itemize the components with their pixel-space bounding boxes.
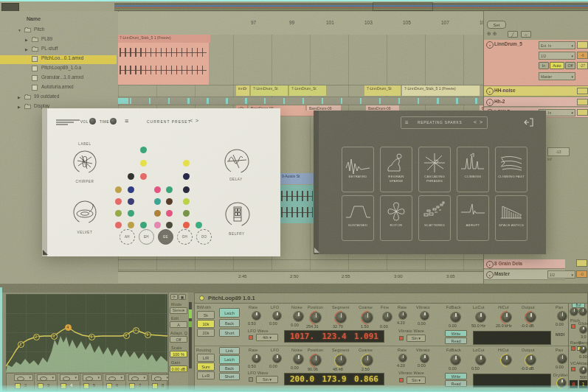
lfo-wave-led-b[interactable] [249,377,253,382]
bwidth-20k-button[interactable]: 20k [197,329,215,337]
ramp-led-red[interactable] [571,346,575,351]
preset-paint-dot[interactable] [183,160,190,167]
time-knob[interactable] [110,118,117,125]
preset-paint-dot[interactable] [183,186,190,193]
clip-linndrum[interactable]: innDr [236,85,250,96]
locut-value[interactable]: 50.0 Hz [471,323,485,328]
track-header-grain-delay[interactable]: ▸8 Grain Dela [484,259,565,269]
play-track-icon[interactable]: ▸ [486,261,494,268]
preset-prev-button[interactable]: < [474,119,477,125]
filter-type-dropdown[interactable] [106,374,125,381]
gain-value[interactable]: 0.00 dB [170,365,187,372]
marker-lane[interactable] [118,97,483,105]
preset-paint-dot[interactable] [128,222,134,228]
beat-time-ruler[interactable]: 9799101103105107109111113 [118,12,483,35]
send-value[interactable]: -13 [547,147,570,156]
preset-paint-dot[interactable] [128,173,134,180]
lfo-knob-b[interactable] [273,354,281,363]
browser-item-label[interactable]: Display [34,103,49,108]
preset-card-sustained[interactable]: SUSTAINED [342,195,374,241]
vibrato-value-b[interactable]: 0.00 [418,363,426,368]
filter-type-dropdown[interactable] [128,374,148,381]
preset-paint-dot[interactable] [140,173,147,180]
chirper-module[interactable] [72,150,97,178]
preset-paint-dot[interactable] [115,222,122,228]
browser-item-99-outdated[interactable]: ▶99 outdated [0,94,117,102]
preset-paint-dot[interactable] [128,186,134,193]
save-icon[interactable]: ▣ [179,294,186,300]
preset-prev-button[interactable]: < [190,118,193,123]
pan-value[interactable]: 0.00 [556,322,564,326]
exit-icon[interactable] [523,117,535,127]
fine-knob[interactable] [383,312,392,321]
filter-type-dropdown[interactable] [60,374,79,381]
preset-paint-dot[interactable] [154,222,161,228]
track-name[interactable]: 8 Grain Dela [494,261,522,266]
preset-card-rotor[interactable]: ROTOR [380,195,412,241]
pan-knob-b[interactable] [558,354,567,363]
browser-item-label[interactable]: Autoturia.amxd [41,84,74,89]
coarse-knob-b[interactable] [362,355,373,365]
track-name[interactable]: Hh-2 [494,99,505,104]
track-volume-value[interactable] [577,109,588,116]
browser-item-pitchloop89[interactable]: PitchLoop89_1.0.a [0,65,117,74]
resize-handle[interactable] [314,248,319,253]
rate-value[interactable]: 0.50 [248,321,256,326]
segment-knob-b[interactable] [336,355,346,365]
track-header-linndrum[interactable]: ▾ LinnDrum_5 Ext. In▾ 1/2▾ In Auto Off M… [484,40,588,86]
back-button[interactable]: Back [219,319,240,327]
browser-item-granular[interactable]: Granular...1.0.amxd [0,74,117,83]
vowel-button[interactable]: OO [196,229,212,245]
output-routing-select[interactable]: Master▾ [539,72,575,80]
lfo-knob[interactable] [273,312,281,320]
track-volume-value[interactable] [576,259,587,267]
vibrato-knob[interactable] [421,312,429,320]
preset-title[interactable]: REPEATING SPARKS [418,121,463,125]
clip-linndrum[interactable]: 7-LinnDrum_St [251,85,288,96]
segment-value[interactable]: 32.79 [333,324,343,329]
velvet-module[interactable] [72,200,97,228]
rate-knob[interactable] [252,312,260,320]
preset-paint-dot[interactable] [183,210,190,217]
coarse-value-b[interactable]: 2.50 [362,367,370,371]
eq-band-node[interactable]: 8 [145,332,151,338]
eq-band-node[interactable]: 2 [33,334,40,340]
play-track-icon[interactable]: ▸ [486,88,494,95]
output-value[interactable]: -0.0 dB [521,323,534,328]
write-button[interactable]: Write [445,330,467,337]
vowel-button[interactable]: OH [177,229,193,245]
coarse-knob[interactable] [362,312,373,323]
preset-paint-dot[interactable] [140,160,147,167]
white-plugin-window[interactable]: VOL TIME ≡ CURRENT PRESET < > LABEL CHIR… [42,108,280,256]
browser-item-label[interactable]: PitchLoop89_1.0.a [41,65,81,70]
vib-rate-knob[interactable] [399,312,407,319]
filter-type-dropdown[interactable] [14,374,33,381]
monitor-off-button[interactable]: Off [565,62,575,69]
set-button[interactable]: Set [487,21,506,29]
preset-paint-dot[interactable] [115,198,122,205]
eq-band-node[interactable]: 1 [18,341,24,348]
browser-item-autoturia[interactable]: Autoturia.amxd [0,84,117,93]
routing-sum-button[interactable]: Sum [197,363,215,371]
range-knob[interactable] [580,346,587,353]
bwidth-5k-button[interactable]: 5k [197,311,215,319]
clip-audio-teal[interactable] [280,185,314,223]
preset-paint-dot[interactable] [166,186,173,193]
fold-track-icon[interactable]: ▾ [486,41,494,49]
position-knob-b[interactable] [311,355,321,365]
glide-knob[interactable] [580,326,587,333]
buf-button[interactable]: Buf [572,303,585,308]
browser-item-pl-stuff[interactable]: ▶PL-stuff [0,46,117,55]
vowel-button[interactable]: EE [158,229,173,245]
latch-button-b[interactable]: Latch [219,355,240,364]
preset-card-cascading-phrases[interactable]: CASCADING PHRASES [418,147,451,192]
resize-handle[interactable] [43,250,48,255]
vib-rate-value-b[interactable]: 4.20 [397,363,405,368]
clip-title[interactable]: 9-Austin St [282,174,300,178]
browser-item-pl89[interactable]: ▶PL89 [0,36,117,45]
browser-item-label[interactable]: PitchLoo...0.1.amxd [41,55,83,60]
master-volume-value[interactable]: -0 [576,270,587,278]
preset-paint-dot[interactable] [154,210,161,217]
clip-linndrum[interactable]: 7-LinnDrum_St [289,85,327,96]
monitor-in-button[interactable]: In [539,62,549,69]
